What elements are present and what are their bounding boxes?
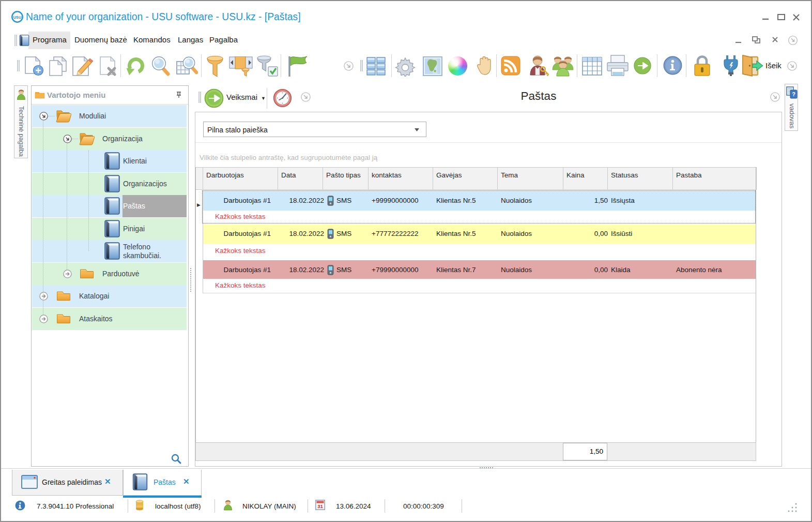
svg-text:?: ? <box>792 91 795 97</box>
svg-text:31: 31 <box>317 503 323 509</box>
svg-text:USU: USU <box>13 15 22 20</box>
